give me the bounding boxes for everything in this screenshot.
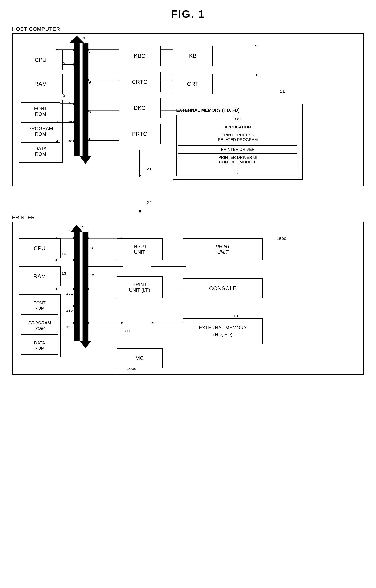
host-kbc-box: KBC [119,46,161,66]
inter-section-connector: —21 [12,198,364,214]
host-crtc-box: CRTC [119,72,161,92]
host-program-rom-box: PROGRAMROM [21,122,60,140]
host-center-col: KBC CRTC DKC PRTC [119,46,161,144]
host-computer-section: 1 4 2 3 3a 3b 3c 5 6 7 8 9 10 [12,33,364,186]
host-right-col: KB CRT EXTERNAL MEMORY (HD, FD) OS —205 … [173,46,357,180]
printer-program-rom-box: PROGRAMROM [21,317,58,335]
printer-center-spacer [117,304,163,332]
host-ext-printer-driver-ui-row: PRINTER DRIVER UI CONTROL MODULE —2042 [178,154,297,166]
host-dkc-box: DKC [119,98,161,118]
host-data-rom-box: DATAROM [21,142,60,160]
host-ext-memory-title: EXTERNAL MEMORY (HD, FD) [176,107,299,113]
printer-print-unit-if-box: PRINTUNIT (I/F) [117,276,163,298]
page: FIG. 1 HOST COMPUTER 1 4 2 3 3a [0,0,376,588]
host-ext-printer-driver-row: PRINTER DRIVER —2041 [178,146,297,154]
host-left-col: CPU RAM FONTROM PROGRAMROM DATAROM [19,50,63,163]
host-ext-driver-group: PRINTER DRIVER —2041 PRINTER DRIVER UI C… [178,145,297,166]
printer-input-unit-box: INPUTUNIT [117,238,163,260]
host-computer-label: HOST COMPUTER [12,26,364,32]
host-rom-group: FONTROM PROGRAMROM DATAROM [19,100,63,163]
printer-data-rom-box: DATAROM [21,337,58,355]
printer-inner-layout: CPU RAM FONTROM PROGRAMROM DATAROM INPUT… [19,228,357,368]
printer-right-col: PRINTUNIT CONSOLE EXTERNAL MEMORY (HD, F… [183,238,357,344]
printer-cpu-box: CPU [19,238,61,258]
printer-label: PRINTER [12,214,364,220]
printer-rom-group: FONTROM PROGRAMROM DATAROM [19,294,61,357]
figure-title: FIG. 1 [12,8,364,20]
printer-section: 12 15 13 13a 13b 13c 19 18 16 17 1501 14… [12,222,364,375]
printer-left-col: CPU RAM FONTROM PROGRAMROM DATAROM [19,238,61,357]
host-ext-print-process-row: PRINT PROCESS RELATED PROGRAM —204 [177,131,299,144]
host-ext-os-row: OS —205 [177,115,299,123]
host-kb-box: KB [173,46,213,66]
host-prtc-box: PRTC [119,124,161,144]
host-font-rom-box: FONTROM [21,102,60,120]
connector-svg-21: —21 [128,198,168,214]
printer-ext-memory-box: EXTERNAL MEMORY (HD, FD) [183,318,263,344]
host-ram-box: RAM [19,74,63,94]
printer-console-box: CONSOLE [183,278,263,298]
host-crt-box: CRT [173,74,213,94]
label-4: 4 [83,36,85,40]
printer-ram-box: RAM [19,266,61,286]
printer-font-rom-box: FONTROM [21,297,58,315]
svg-marker-1 [139,210,142,213]
host-ext-dots-row: : [177,168,299,176]
host-ext-memory-box: EXTERNAL MEMORY (HD, FD) OS —205 APPLICA… [173,104,303,180]
printer-center-col: INPUTUNIT PRINTUNIT (I/F) MC [117,238,163,368]
svg-text:—21: —21 [142,200,152,205]
host-ext-memory-inner: OS —205 APPLICATION —201 PRINT PROCESS R… [176,115,299,176]
printer-print-unit-box: PRINTUNIT [183,238,263,260]
host-ext-app-row: APPLICATION —201 [177,123,299,131]
host-cpu-box: CPU [19,50,63,70]
printer-mc-box: MC [117,348,163,368]
host-inner-layout: CPU RAM FONTROM PROGRAMROM DATAROM KBC C… [19,40,357,180]
